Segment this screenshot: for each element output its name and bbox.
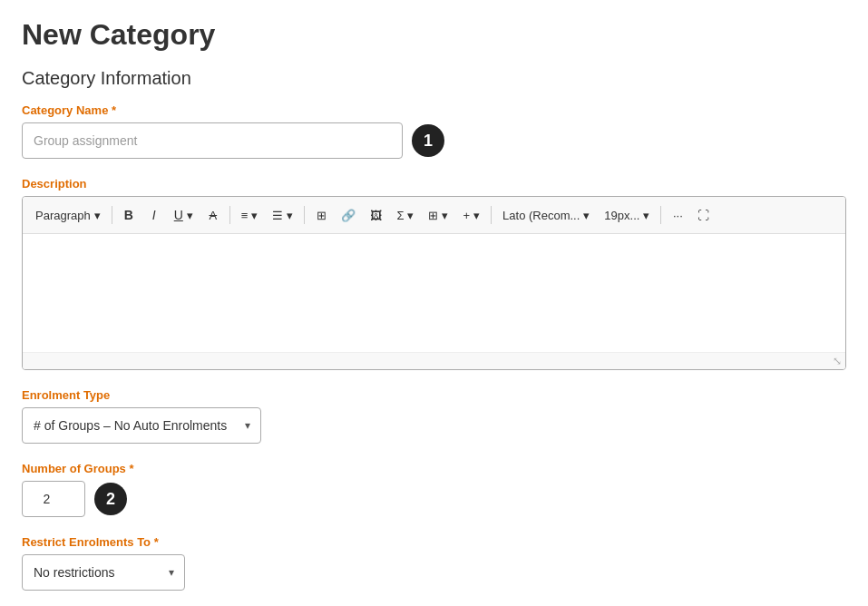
toolbar-sep-3 <box>304 206 305 224</box>
chevron-down-icon: ▾ <box>251 209 258 222</box>
category-name-label: Category Name * <box>22 103 846 117</box>
badge-1: 1 <box>412 124 444 157</box>
restrict-enrolments-select-wrapper: No restrictions Class list Section ▾ <box>22 554 185 591</box>
enrolment-type-select-wrapper: # of Groups – No Auto Enrolments Auto En… <box>22 407 261 444</box>
toolbar-sep-4 <box>491 206 492 224</box>
toolbar-image-button[interactable]: 🖼 <box>365 202 387 228</box>
toolbar-bold-button[interactable]: B <box>118 202 140 228</box>
restrict-enrolments-select[interactable]: No restrictions Class list Section <box>22 554 185 591</box>
toolbar-sep-2 <box>229 206 230 224</box>
chevron-down-icon: ▾ <box>643 209 649 222</box>
toolbar-size-dropdown[interactable]: 19px... ▾ <box>599 202 655 228</box>
page-title: New Category <box>22 18 846 52</box>
toolbar-link-button[interactable]: 🔗 <box>336 202 361 228</box>
toolbar-table-dropdown[interactable]: ⊞ ▾ <box>423 202 454 228</box>
toolbar-list-dropdown[interactable]: ☰ ▾ <box>267 202 298 228</box>
description-field: Description Paragraph ▾ B I U ▾ A ≡ ▾ <box>22 177 846 370</box>
restrict-enrolments-field: Restrict Enrolments To * No restrictions… <box>22 535 846 591</box>
toolbar-blocks-button[interactable]: ⊞ <box>310 202 332 228</box>
toolbar-insert-dropdown[interactable]: + ▾ <box>457 202 485 228</box>
chevron-down-icon: ▾ <box>583 209 590 222</box>
toolbar-strikethrough-button[interactable]: A <box>202 202 224 228</box>
toolbar-font-dropdown[interactable]: Lato (Recom... ▾ <box>497 202 595 228</box>
enrolment-type-label: Enrolment Type <box>22 388 846 402</box>
chevron-down-icon: ▾ <box>187 209 193 222</box>
category-name-input-row: 1 <box>22 122 846 159</box>
toolbar-sigma-dropdown[interactable]: Σ ▾ <box>391 202 419 228</box>
number-of-groups-field: Number of Groups * 2 <box>22 462 846 517</box>
number-of-groups-input-row: 2 <box>22 481 846 517</box>
category-name-input[interactable] <box>22 122 403 159</box>
toolbar-italic-button[interactable]: I <box>143 202 165 228</box>
number-of-groups-input[interactable] <box>22 481 85 517</box>
badge-2: 2 <box>94 483 127 515</box>
description-label: Description <box>22 177 846 191</box>
chevron-down-icon: ▾ <box>473 209 480 222</box>
chevron-down-icon: ▾ <box>407 209 414 222</box>
description-editor-body[interactable] <box>23 234 845 352</box>
toolbar-sep-5 <box>660 206 661 224</box>
description-editor: Paragraph ▾ B I U ▾ A ≡ ▾ ☰ ▾ <box>22 196 846 370</box>
toolbar-more-button[interactable]: ··· <box>667 202 688 228</box>
toolbar-align-dropdown[interactable]: ≡ ▾ <box>236 202 264 228</box>
chevron-down-icon: ▾ <box>287 209 293 222</box>
section-title: Category Information <box>22 68 846 89</box>
toolbar-sep-1 <box>112 206 112 224</box>
editor-resize-handle: ⤡ <box>23 352 845 369</box>
chevron-down-icon: ▾ <box>94 209 101 222</box>
enrolment-type-field: Enrolment Type # of Groups – No Auto Enr… <box>22 388 846 444</box>
toolbar-paragraph-dropdown[interactable]: Paragraph ▾ <box>30 202 106 228</box>
category-name-field: Category Name * 1 <box>22 103 846 159</box>
resize-icon: ⤡ <box>833 355 842 367</box>
number-of-groups-label: Number of Groups * <box>22 462 846 475</box>
toolbar-fullscreen-button[interactable]: ⛶ <box>692 202 715 228</box>
chevron-down-icon: ▾ <box>442 209 448 222</box>
editor-toolbar: Paragraph ▾ B I U ▾ A ≡ ▾ ☰ ▾ <box>23 197 845 234</box>
restrict-enrolments-label: Restrict Enrolments To * <box>22 535 846 549</box>
toolbar-underline-dropdown[interactable]: U ▾ <box>169 202 199 228</box>
enrolment-type-select[interactable]: # of Groups – No Auto Enrolments Auto En… <box>22 407 261 444</box>
